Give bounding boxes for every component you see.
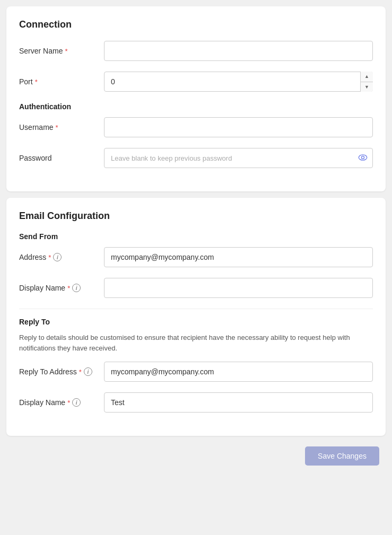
username-input[interactable] [104, 117, 373, 137]
username-required: * [56, 124, 58, 131]
svg-point-1 [361, 156, 364, 159]
password-input[interactable] [104, 148, 373, 168]
port-input-wrapper: ▲ ▼ [104, 72, 373, 92]
reply-to-display-name-group: Display Name * i [19, 392, 373, 413]
email-config-title: Email Configuration [19, 211, 373, 222]
reply-to-display-name-required: * [67, 399, 70, 407]
reply-to-subtitle: Reply To [19, 318, 373, 326]
server-name-group: Server Name * [19, 41, 373, 61]
username-group: Username * [19, 117, 373, 137]
reply-to-display-name-input[interactable] [104, 392, 373, 413]
reply-to-description: Reply to details should be customised to… [19, 332, 373, 353]
page-wrapper: Connection Server Name * Port * ▲ ▼ [0, 0, 392, 476]
save-changes-button[interactable]: Save Changes [305, 446, 379, 466]
password-label: Password [19, 154, 104, 162]
address-required: * [48, 253, 51, 261]
send-from-subtitle: Send From [19, 232, 373, 241]
password-toggle-icon[interactable] [358, 154, 368, 162]
port-spin-up[interactable]: ▲ [361, 72, 373, 82]
reply-to-display-name-info-icon[interactable]: i [72, 398, 81, 407]
port-spinners: ▲ ▼ [360, 72, 373, 92]
send-from-display-name-group: Display Name * i [19, 278, 373, 298]
password-group: Password [19, 148, 373, 168]
footer-bar: Save Changes [6, 442, 386, 470]
send-from-display-name-required: * [67, 284, 70, 292]
svg-point-0 [359, 155, 367, 160]
address-group: Address * i [19, 247, 373, 267]
port-spin-down[interactable]: ▼ [361, 82, 373, 92]
server-name-label: Server Name * [19, 47, 104, 55]
send-from-display-name-input[interactable] [104, 278, 373, 298]
port-input[interactable] [104, 72, 373, 92]
reply-to-address-input[interactable] [104, 362, 373, 382]
connection-title: Connection [19, 19, 373, 30]
send-from-display-name-label: Display Name * i [19, 284, 104, 292]
connection-card: Connection Server Name * Port * ▲ ▼ [6, 6, 386, 191]
address-label: Address * i [19, 253, 104, 261]
password-wrapper [104, 148, 373, 168]
address-info-icon[interactable]: i [53, 253, 62, 261]
address-input[interactable] [104, 247, 373, 267]
port-label: Port * [19, 77, 104, 86]
authentication-title: Authentication [19, 102, 373, 111]
server-name-input[interactable] [104, 41, 373, 61]
email-config-card: Email Configuration Send From Address * … [6, 198, 386, 436]
reply-to-address-info-icon[interactable]: i [84, 367, 92, 376]
server-name-required: * [65, 47, 67, 55]
username-label: Username * [19, 123, 104, 131]
port-group: Port * ▲ ▼ [19, 72, 373, 92]
send-from-display-name-info-icon[interactable]: i [72, 284, 81, 292]
reply-to-address-group: Reply To Address * i [19, 362, 373, 382]
divider [19, 309, 373, 309]
reply-to-address-label: Reply To Address * i [19, 367, 104, 376]
port-required: * [35, 78, 38, 86]
reply-to-address-required: * [79, 368, 82, 376]
reply-to-display-name-label: Display Name * i [19, 398, 104, 407]
